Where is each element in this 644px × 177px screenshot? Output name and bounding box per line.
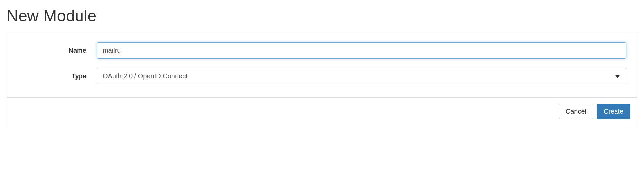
- name-label: Name: [18, 47, 97, 54]
- page-title: New Module: [7, 7, 637, 25]
- name-control-wrap: [97, 42, 626, 59]
- form-footer: Cancel Create: [7, 97, 637, 125]
- cancel-button[interactable]: Cancel: [559, 104, 593, 119]
- form-panel: Name Type OAuth 2.0 / OpenID Connect Can…: [7, 33, 637, 125]
- create-button[interactable]: Create: [597, 104, 630, 119]
- type-label: Type: [18, 72, 97, 80]
- form-row-type: Type OAuth 2.0 / OpenID Connect: [18, 68, 626, 84]
- type-select-wrap: OAuth 2.0 / OpenID Connect: [97, 68, 626, 84]
- form-row-name: Name: [18, 42, 626, 59]
- type-control-wrap: OAuth 2.0 / OpenID Connect: [97, 68, 626, 84]
- type-select[interactable]: OAuth 2.0 / OpenID Connect: [97, 68, 626, 84]
- name-input[interactable]: [97, 42, 626, 59]
- form-body: Name Type OAuth 2.0 / OpenID Connect: [7, 33, 637, 97]
